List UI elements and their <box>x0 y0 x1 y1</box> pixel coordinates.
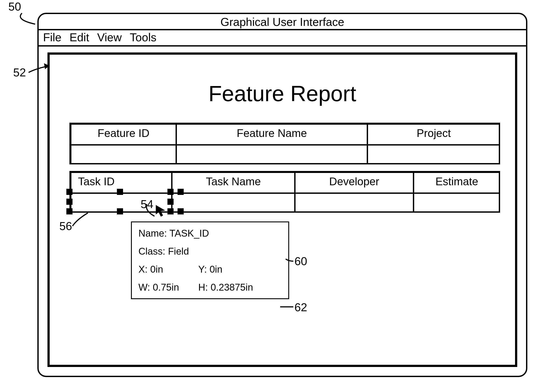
menubar: File Edit View Tools <box>39 30 526 47</box>
menu-view[interactable]: View <box>97 31 122 44</box>
info-w-value: 0.75in <box>153 282 179 292</box>
selection-handle[interactable] <box>117 189 123 195</box>
info-x-label: X: <box>138 265 148 274</box>
cell-feature-name[interactable] <box>176 145 367 164</box>
selection-handle[interactable] <box>178 189 184 195</box>
col-estimate[interactable]: Estimate <box>413 172 500 193</box>
cell-estimate[interactable] <box>413 193 500 213</box>
info-h-label: H: <box>198 282 208 292</box>
info-name-label: Name: <box>138 228 167 238</box>
selection-handle[interactable] <box>117 208 123 214</box>
selection-handle[interactable] <box>178 208 184 214</box>
callout-62: 62 <box>295 301 307 314</box>
selection-handle[interactable] <box>66 189 72 195</box>
cell-task-name[interactable] <box>172 193 295 213</box>
menu-edit[interactable]: Edit <box>69 31 89 44</box>
menu-tools[interactable]: Tools <box>130 31 156 44</box>
callout-60: 60 <box>295 255 307 268</box>
cell-feature-id[interactable] <box>71 145 176 164</box>
info-w-label: W: <box>138 282 150 292</box>
col-feature-name[interactable]: Feature Name <box>176 124 367 145</box>
info-h-value: 0.23875in <box>210 282 253 292</box>
col-task-name[interactable]: Task Name <box>172 172 295 193</box>
feature-table[interactable]: Feature ID Feature Name Project <box>69 123 500 164</box>
design-canvas[interactable]: Feature Report Feature ID Feature Name P… <box>47 52 517 367</box>
cell-project[interactable] <box>367 145 500 164</box>
info-y-value: 0in <box>210 265 223 274</box>
selection-handle[interactable] <box>66 199 72 205</box>
col-project[interactable]: Project <box>367 124 500 145</box>
property-infobox: Name: TASK_ID Class: Field X: 0in Y: 0in <box>131 221 289 299</box>
info-y-label: Y: <box>198 265 207 274</box>
cell-developer[interactable] <box>295 193 413 213</box>
info-class-label: Class: <box>138 246 165 257</box>
selection-handle[interactable] <box>66 208 72 214</box>
report-title: Feature Report <box>50 81 515 106</box>
menu-file[interactable]: File <box>43 31 62 44</box>
col-developer[interactable]: Developer <box>295 172 413 193</box>
svg-marker-0 <box>156 205 165 217</box>
info-class-value: Field <box>168 246 189 257</box>
col-feature-id[interactable]: Feature ID <box>71 124 176 145</box>
cursor-icon <box>155 204 170 219</box>
selection-handle[interactable] <box>167 189 173 195</box>
window-title: Graphical User Interface <box>39 14 526 30</box>
callout-56: 56 <box>59 219 72 233</box>
callout-50: 50 <box>8 0 21 13</box>
app-window: Graphical User Interface File Edit View … <box>37 13 527 377</box>
task-table[interactable]: Task ID Task Name Developer Estimate <box>69 171 500 213</box>
info-name-value: TASK_ID <box>169 228 209 238</box>
callout-54: 54 <box>141 197 153 211</box>
info-x-value: 0in <box>150 265 163 274</box>
callout-52: 52 <box>13 66 26 79</box>
